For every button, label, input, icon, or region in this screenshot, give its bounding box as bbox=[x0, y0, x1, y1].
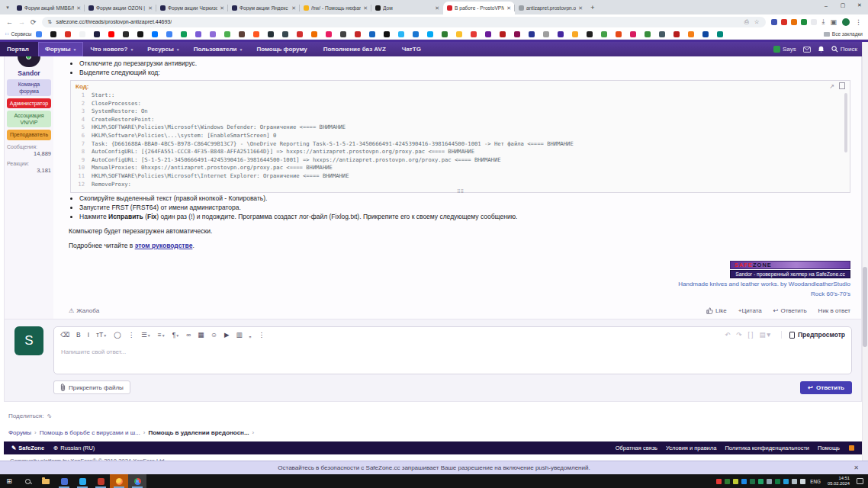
tray-icon[interactable] bbox=[800, 479, 805, 484]
author-avatar[interactable] bbox=[18, 56, 40, 67]
author-name[interactable]: Sandor bbox=[7, 69, 51, 77]
tab-close-icon[interactable]: ✕ bbox=[578, 5, 583, 11]
bookmark-favicon[interactable] bbox=[239, 31, 245, 37]
bookmark-favicon[interactable] bbox=[688, 31, 694, 37]
file-explorer-button[interactable] bbox=[37, 474, 55, 488]
bookmark-favicon[interactable] bbox=[355, 31, 361, 37]
bookmark-favicon[interactable] bbox=[558, 31, 564, 37]
browser-tab[interactable]: antizapret.prostovpn.org ✕ bbox=[515, 2, 587, 14]
extension-icon[interactable] bbox=[781, 19, 787, 25]
side-panel-icon[interactable]: ▣ bbox=[830, 18, 837, 26]
tab-close-icon[interactable]: ✕ bbox=[148, 5, 153, 11]
language-indicator[interactable]: ENG bbox=[809, 479, 822, 484]
remove-format-icon[interactable]: ⌫ bbox=[60, 331, 69, 339]
forum-nav-item[interactable]: Помощь форуму bbox=[249, 42, 316, 56]
like-button[interactable]: Like bbox=[706, 307, 727, 314]
bookmark-favicon[interactable] bbox=[326, 31, 332, 37]
browser-tab[interactable]: Форум акций ММВБ/Москов ✕ bbox=[13, 2, 85, 14]
more-format-icon[interactable]: ⋮ bbox=[128, 331, 135, 339]
bookmark-favicon[interactable] bbox=[384, 31, 390, 37]
bookmark-favicon[interactable] bbox=[601, 31, 607, 37]
tray-icon[interactable] bbox=[716, 479, 722, 484]
app-book[interactable] bbox=[92, 474, 110, 488]
align-icon[interactable]: ≡▼ bbox=[158, 331, 166, 339]
firefox-button[interactable] bbox=[110, 474, 128, 488]
bookmark-favicon[interactable] bbox=[210, 31, 216, 37]
browser-tab[interactable]: Форум акции Яндекс (YNDX) ✕ bbox=[228, 2, 300, 14]
current-user-avatar[interactable]: S bbox=[14, 326, 43, 355]
link-icon[interactable]: ∞ bbox=[186, 331, 191, 339]
browser-tab[interactable]: Дом ✕ bbox=[371, 2, 443, 14]
bookmark-favicon[interactable] bbox=[514, 31, 520, 37]
extension-icon[interactable] bbox=[811, 19, 817, 25]
paragraph-icon[interactable]: ¶▼ bbox=[172, 331, 180, 339]
footer-language-chooser[interactable]: ⊕ Russian (RU) bbox=[53, 445, 95, 451]
quote-icon[interactable]: „ bbox=[249, 331, 252, 339]
bookmark-favicon[interactable] bbox=[616, 31, 622, 37]
bookmark-favicon[interactable] bbox=[311, 31, 317, 37]
bookmark-favicon[interactable] bbox=[268, 31, 274, 37]
bookmark-favicon[interactable] bbox=[456, 31, 462, 37]
browser-tab[interactable]: В работе - ProstoVPN.AntiZa ✕ bbox=[443, 2, 515, 14]
close-button[interactable]: ✕ bbox=[851, 0, 868, 11]
text-color-icon[interactable]: ◯ bbox=[114, 331, 121, 339]
inbox-icon[interactable] bbox=[803, 47, 811, 53]
notification-close-icon[interactable]: ✕ bbox=[854, 464, 859, 471]
preview-button[interactable]: Предпросмотр bbox=[781, 331, 845, 339]
forum-nav-item[interactable]: Портал bbox=[0, 42, 38, 56]
breadcrumb-item[interactable]: Помощь в борьбе с вирусами и ш...› bbox=[40, 429, 146, 436]
start-button[interactable]: ⊞ bbox=[0, 474, 18, 488]
reply-link[interactable]: ↩Ответить bbox=[773, 307, 807, 314]
bookmark-favicon[interactable] bbox=[253, 31, 259, 37]
safezone-banner[interactable]: SAFEZONE bbox=[730, 261, 850, 269]
bbcode-icon[interactable]: [ ] bbox=[747, 331, 753, 339]
tab-close-icon[interactable]: ✕ bbox=[435, 5, 439, 11]
minimize-button[interactable]: – bbox=[818, 0, 834, 11]
all-bookmarks-button[interactable]: Все закладки bbox=[824, 31, 863, 37]
bookmark-favicon[interactable] bbox=[137, 31, 143, 37]
tray-icon[interactable] bbox=[750, 479, 755, 484]
chrome-button[interactable] bbox=[128, 474, 146, 488]
tab-close-icon[interactable]: ✕ bbox=[220, 5, 224, 11]
scrollbar-thumb[interactable] bbox=[863, 267, 867, 347]
footer-link[interactable]: Политика конфиденциальности bbox=[725, 445, 809, 451]
tab-close-icon[interactable]: ✕ bbox=[76, 5, 81, 11]
bookmark-favicon[interactable] bbox=[702, 31, 709, 37]
bookmark-favicon[interactable] bbox=[166, 31, 172, 37]
back-icon[interactable]: ← bbox=[6, 18, 13, 26]
bookmark-favicon[interactable] bbox=[297, 31, 303, 37]
bookmark-favicon[interactable] bbox=[587, 31, 593, 37]
reply-input[interactable]: Напишите свой ответ... bbox=[54, 342, 851, 374]
gallery-icon[interactable]: ▥ bbox=[236, 331, 243, 339]
footer-link[interactable]: Помощь bbox=[818, 445, 840, 451]
bookmark-favicon[interactable] bbox=[79, 31, 85, 37]
copy-code-icon[interactable] bbox=[841, 84, 845, 89]
breadcrumb-item[interactable]: Форумы› bbox=[8, 429, 37, 436]
forum-nav-item[interactable]: Ресурсы▼ bbox=[140, 42, 186, 56]
breadcrumb-item[interactable]: Помощь в удалении вредоносн...› bbox=[148, 429, 254, 436]
bookmark-services[interactable]: ∷ Сервисы bbox=[5, 31, 31, 37]
reply-editor[interactable]: ⌫BIтT▼◯⋮☰▼≡▼¶▼∞▦☺▶▥„⋮ ↶↷[ ]▤▼ Предпросмо… bbox=[53, 326, 852, 374]
search-button[interactable]: Поиск bbox=[831, 46, 857, 53]
address-bar[interactable]: ⇅ safezone.cc/threads/prostovpn-antizapr… bbox=[42, 17, 766, 27]
nick-reply-link[interactable]: Ник в ответ bbox=[818, 307, 850, 314]
media-icon[interactable]: ▶ bbox=[224, 331, 230, 339]
extension-icon[interactable] bbox=[801, 19, 807, 25]
bookmark-favicon[interactable] bbox=[123, 31, 129, 37]
more-tools-icon[interactable]: ⋮ bbox=[258, 331, 265, 339]
attach-files-button[interactable]: Прикрепить файлы bbox=[53, 380, 130, 394]
tray-icon[interactable] bbox=[775, 479, 780, 484]
bookmark-favicon[interactable] bbox=[674, 31, 680, 37]
redo-icon[interactable]: ↷ bbox=[736, 331, 741, 339]
tray-icon[interactable] bbox=[792, 479, 797, 484]
bookmark-favicon[interactable] bbox=[659, 31, 665, 37]
maximize-button[interactable]: ▢ bbox=[834, 0, 851, 11]
bookmark-favicon[interactable] bbox=[181, 31, 187, 37]
bookmark-star-icon[interactable]: ☆ bbox=[754, 18, 760, 26]
bookmark-favicon[interactable] bbox=[717, 31, 723, 37]
tray-icon[interactable] bbox=[725, 479, 730, 484]
tab-close-icon[interactable]: ✕ bbox=[363, 5, 368, 11]
bookmark-favicon[interactable] bbox=[442, 31, 448, 37]
expand-code-icon[interactable]: ↗ bbox=[829, 83, 834, 90]
bookmark-favicon[interactable] bbox=[572, 31, 578, 37]
